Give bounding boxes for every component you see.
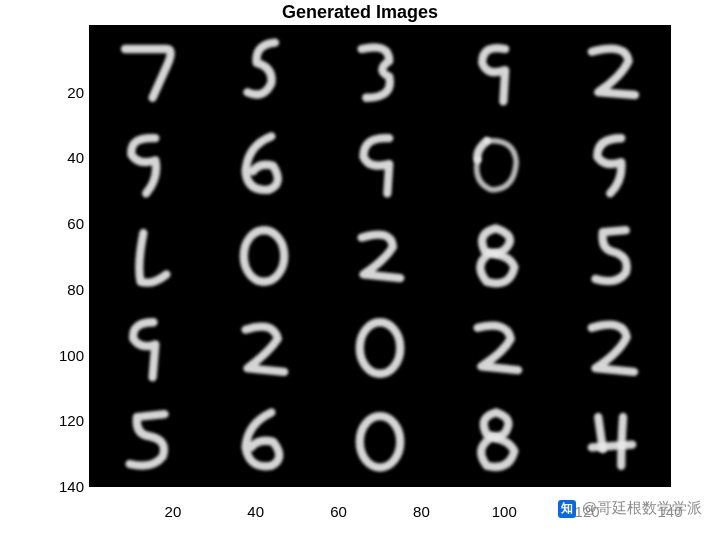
generated-digit xyxy=(554,302,670,394)
y-tick-label: 100 xyxy=(0,346,84,363)
y-tick-label: 40 xyxy=(0,149,84,166)
generated-digit xyxy=(206,26,322,118)
generated-digit xyxy=(322,394,438,486)
y-tick-label: 80 xyxy=(0,280,84,297)
generated-digit xyxy=(90,302,206,394)
digit-grid xyxy=(90,26,670,486)
y-tick-label: 20 xyxy=(0,83,84,100)
generated-digit xyxy=(90,210,206,302)
generated-digit xyxy=(322,26,438,118)
x-tick-label: 20 xyxy=(165,503,182,520)
generated-digit xyxy=(438,210,554,302)
svg-point-2 xyxy=(360,416,400,468)
generated-digit xyxy=(554,118,670,210)
svg-point-1 xyxy=(360,322,400,374)
figure: Generated Images 20 40 60 80 100 120 140… xyxy=(0,0,720,540)
generated-digit xyxy=(90,26,206,118)
generated-digit xyxy=(438,394,554,486)
x-tick-label: 100 xyxy=(492,503,517,520)
generated-digit xyxy=(206,118,322,210)
generated-digit xyxy=(322,210,438,302)
generated-digit xyxy=(90,118,206,210)
x-tick-label: 60 xyxy=(330,503,347,520)
generated-digit xyxy=(90,394,206,486)
x-tick-label: 80 xyxy=(413,503,430,520)
generated-digit xyxy=(554,26,670,118)
generated-digit xyxy=(206,302,322,394)
generated-digit xyxy=(554,394,670,486)
generated-digit xyxy=(438,302,554,394)
generated-digit xyxy=(438,26,554,118)
generated-digit xyxy=(438,118,554,210)
generated-digit xyxy=(206,210,322,302)
generated-digit xyxy=(554,210,670,302)
y-tick-label: 120 xyxy=(0,412,84,429)
chart-title: Generated Images xyxy=(0,2,720,23)
x-tick-label: 40 xyxy=(247,503,264,520)
image-axes xyxy=(90,26,670,486)
generated-digit xyxy=(206,394,322,486)
generated-digit xyxy=(322,302,438,394)
svg-point-0 xyxy=(244,230,284,282)
x-tick-row: 20 40 60 80 100 120 140 xyxy=(0,490,720,520)
y-tick-label: 60 xyxy=(0,215,84,232)
generated-digit xyxy=(322,118,438,210)
x-tick-label: 120 xyxy=(575,503,600,520)
x-tick-label: 140 xyxy=(657,503,682,520)
